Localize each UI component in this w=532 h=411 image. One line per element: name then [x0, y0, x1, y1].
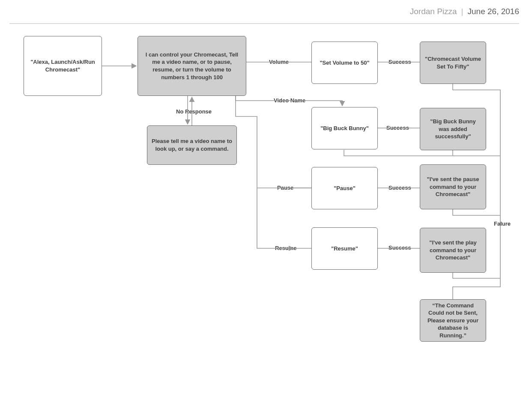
box-bbb-added: "Big Buck Bunny was added successfully" — [420, 108, 486, 150]
label-resume: Resume — [274, 245, 298, 251]
author-name: Jordan Pizza — [410, 7, 457, 16]
page-header: Jordan Pizza | June 26, 2016 — [9, 0, 519, 24]
box-error: “The Command Could not be Sent, Please e… — [420, 299, 486, 342]
page-date: June 26, 2016 — [468, 7, 519, 16]
box-pause: "Pause" — [311, 167, 378, 209]
box-set-volume: "Set Volume to 50" — [311, 42, 378, 84]
box-intro: I can control your Chromecast, Tell me a… — [137, 36, 246, 96]
box-big-buck-bunny: "Big Buck Bunny" — [311, 107, 378, 149]
label-success-2: Success — [385, 125, 410, 131]
box-resume: "Resume" — [311, 227, 378, 270]
label-success-3: Success — [387, 185, 412, 191]
label-pause: Pause — [276, 185, 295, 191]
label-failure: Falure — [493, 220, 512, 227]
label-success-4: Success — [387, 244, 412, 251]
label-noresponse: No Response — [175, 108, 213, 115]
box-pause-sent: "I've sent the pause command to your Chr… — [420, 164, 486, 209]
box-noresponse-prompt: Please tell me a video name to look up, … — [147, 125, 237, 165]
box-launch: "Alexa, Launch/Ask/Run Chromecast" — [24, 36, 102, 96]
label-success-1: Success — [387, 59, 412, 65]
box-play-sent: "I've sent the play command to your Chro… — [420, 228, 486, 273]
box-volume-set: "Chromecast Volume Set To Fifty" — [420, 42, 486, 84]
label-video-name: Video Name — [272, 97, 307, 104]
separator: | — [461, 7, 463, 16]
label-volume: Volume — [268, 59, 290, 65]
